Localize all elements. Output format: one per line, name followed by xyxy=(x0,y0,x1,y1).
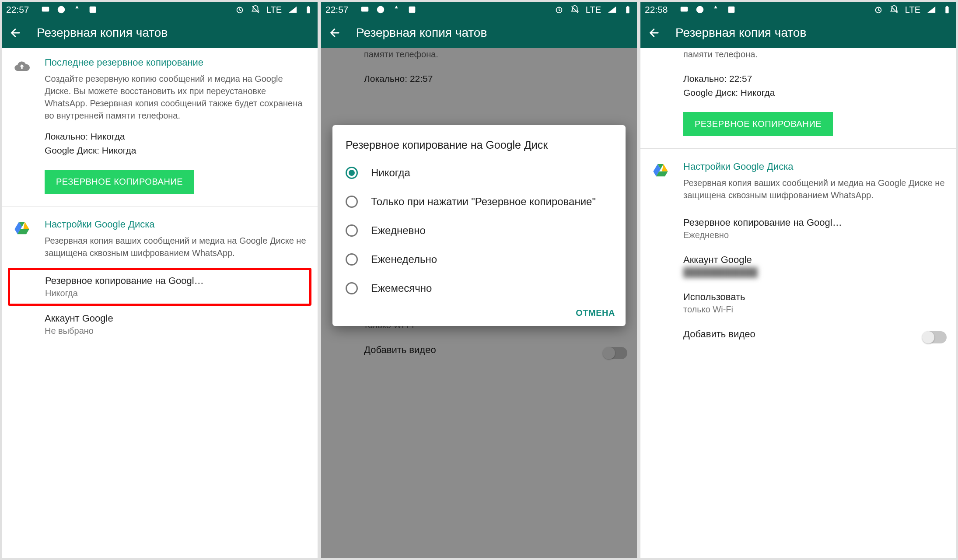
use-network-label: Использовать xyxy=(683,291,947,303)
svg-rect-17 xyxy=(946,6,948,7)
option-label: Ежедневно xyxy=(371,224,426,237)
statusbar-time: 22:57 xyxy=(6,4,29,15)
gallery-icon xyxy=(727,5,736,14)
last-backup-section: памяти телефона. Локально: 22:57 Google … xyxy=(640,48,956,145)
back-icon[interactable] xyxy=(648,27,661,39)
appbar: Резервная копия чатов xyxy=(321,18,637,48)
divider xyxy=(2,206,318,206)
network-label: LTE xyxy=(586,5,601,15)
content: памяти телефона. Локально: 22:57 Использ… xyxy=(321,48,637,558)
backup-frequency-value: Никогда xyxy=(45,288,306,298)
google-account-value: ████████████ xyxy=(683,267,947,277)
google-account-value: Не выбрано xyxy=(45,326,308,336)
message-icon xyxy=(679,5,689,14)
back-icon[interactable] xyxy=(329,27,341,39)
gdrive-settings-title: Настройки Google Диска xyxy=(45,219,308,230)
content: памяти телефона. Локально: 22:57 Google … xyxy=(640,48,956,558)
signal-icon xyxy=(927,5,936,14)
option-never[interactable]: Никогда xyxy=(332,158,626,187)
google-drive-icon xyxy=(652,162,669,179)
svg-rect-11 xyxy=(627,6,629,7)
viber-icon xyxy=(376,5,385,14)
bell-off-icon xyxy=(889,5,899,14)
gdrive-settings-section: Настройки Google Диска Резервная копия в… xyxy=(640,152,956,210)
app-icon xyxy=(711,5,720,14)
cancel-button[interactable]: ОТМЕНА xyxy=(576,308,615,318)
viber-icon xyxy=(695,5,705,14)
screenshot-2: 22:57 LTE Резервная копия чатов памяти т… xyxy=(321,2,637,558)
cloud-upload-icon xyxy=(13,58,31,75)
backup-frequency-dialog: Резервное копирование на Google Диск Ник… xyxy=(332,125,626,326)
option-label: Только при нажатии "Резервное копировани… xyxy=(371,195,596,208)
backup-frequency-label: Резервное копирование на Googl… xyxy=(45,275,306,287)
google-account-row[interactable]: Аккаунт Google ████████████ xyxy=(640,247,956,284)
battery-icon xyxy=(623,5,633,14)
statusbar: 22:58 LTE xyxy=(640,2,956,18)
last-backup-desc: Создайте резервную копию сообщений и мед… xyxy=(45,73,308,122)
app-icon xyxy=(392,5,401,14)
svg-rect-5 xyxy=(308,6,309,7)
last-backup-section: Последнее резервное копирование Создайте… xyxy=(2,48,318,203)
bell-off-icon xyxy=(570,5,580,14)
radio-icon xyxy=(346,167,358,179)
viber-icon xyxy=(56,5,66,14)
gdrive-settings-title: Настройки Google Диска xyxy=(683,161,947,172)
include-video-toggle[interactable] xyxy=(923,331,947,343)
message-icon xyxy=(360,5,370,14)
radio-icon xyxy=(346,224,358,237)
last-backup-title: Последнее резервное копирование xyxy=(45,57,308,68)
screenshot-3: 22:58 LTE Резервная копия чатов памяти т… xyxy=(640,2,956,558)
option-weekly[interactable]: Еженедельно xyxy=(332,245,626,274)
alarm-icon xyxy=(874,5,883,14)
backup-frequency-label: Резервное копирование на Googl… xyxy=(683,217,947,228)
backup-button[interactable]: РЕЗЕРВНОЕ КОПИРОВАНИЕ xyxy=(45,170,194,194)
statusbar: 22:57 LTE xyxy=(2,2,318,18)
back-icon[interactable] xyxy=(10,27,22,39)
svg-rect-16 xyxy=(945,7,948,14)
screenshot-1: 22:57 LTE Резервная копия чатов Последне… xyxy=(2,2,318,558)
svg-point-1 xyxy=(57,6,65,14)
backup-frequency-value: Ежедневно xyxy=(683,230,947,240)
backup-button[interactable]: РЕЗЕРВНОЕ КОПИРОВАНИЕ xyxy=(683,112,833,136)
option-monthly[interactable]: Ежемесячно xyxy=(332,274,626,303)
gdrive-settings-section: Настройки Google Диска Резервная копия в… xyxy=(2,210,318,268)
appbar-title: Резервная копия чатов xyxy=(675,26,806,40)
gdrive-backup-status: Google Диск: Никогда xyxy=(683,86,947,100)
appbar: Резервная копия чатов xyxy=(640,18,956,48)
option-on-tap[interactable]: Только при нажатии "Резервное копировани… xyxy=(332,187,626,216)
use-network-row[interactable]: Использовать только Wi-Fi xyxy=(640,284,956,322)
alarm-icon xyxy=(235,5,245,14)
svg-rect-10 xyxy=(626,7,629,14)
use-network-value: только Wi-Fi xyxy=(683,304,947,315)
backup-frequency-row[interactable]: Резервное копирование на Googl… Ежедневн… xyxy=(640,210,956,247)
option-daily[interactable]: Ежедневно xyxy=(332,216,626,245)
gallery-icon xyxy=(88,5,98,14)
backup-frequency-row[interactable]: Резервное копирование на Googl… Никогда xyxy=(8,268,311,306)
include-video-label: Добавить видео xyxy=(683,329,947,340)
svg-point-7 xyxy=(377,6,384,14)
google-account-label: Аккаунт Google xyxy=(45,313,308,324)
local-backup-status: Локально: Никогда xyxy=(45,130,308,144)
statusbar: 22:57 LTE xyxy=(321,2,637,18)
network-label: LTE xyxy=(905,5,920,15)
google-drive-icon xyxy=(13,220,31,237)
gallery-icon xyxy=(407,5,417,14)
svg-rect-6 xyxy=(361,7,368,12)
bell-off-icon xyxy=(251,5,260,14)
local-backup-status: Локально: 22:57 xyxy=(683,72,947,86)
network-label: LTE xyxy=(266,5,282,15)
message-icon xyxy=(41,5,50,14)
divider xyxy=(640,148,956,149)
content: Последнее резервное копирование Создайте… xyxy=(2,48,318,558)
option-label: Никогда xyxy=(371,166,410,179)
app-icon xyxy=(72,5,82,14)
svg-rect-4 xyxy=(307,7,310,14)
alarm-icon xyxy=(554,5,564,14)
appbar-title: Резервная копия чатов xyxy=(37,26,168,40)
radio-icon xyxy=(346,253,358,266)
battery-icon xyxy=(304,5,313,14)
svg-rect-0 xyxy=(42,7,49,12)
google-account-row[interactable]: Аккаунт Google Не выбрано xyxy=(2,306,318,343)
google-account-label: Аккаунт Google xyxy=(683,254,947,266)
include-video-row[interactable]: Добавить видео xyxy=(640,322,956,347)
